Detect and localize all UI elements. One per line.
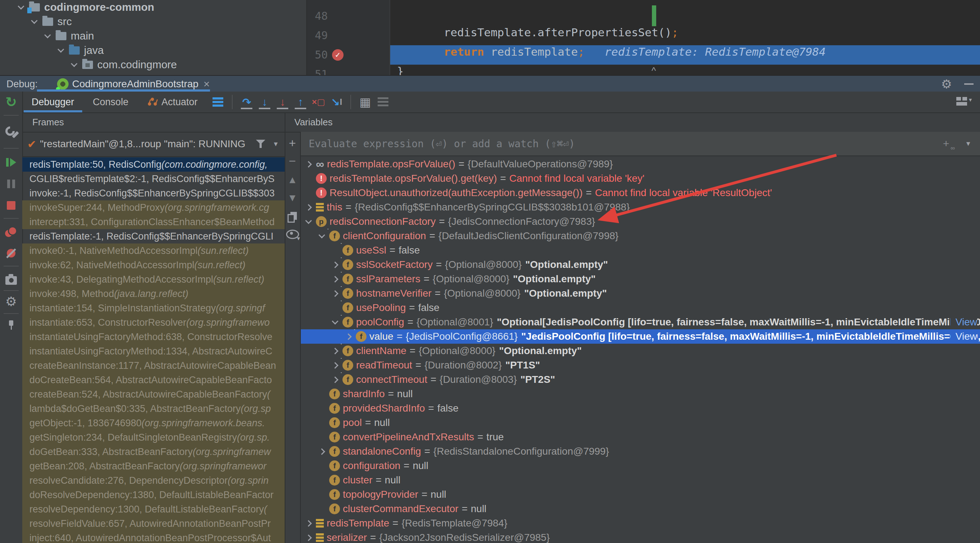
chevron-collapsed-icon[interactable] — [330, 375, 340, 384]
tree-item-com.codingmore[interactable]: com.codingmore — [69, 57, 177, 72]
frame-row[interactable]: invoke:498, Method (java.lang.reflect) — [22, 287, 285, 301]
frame-row[interactable]: resolveCandidate:276, DependencyDescript… — [22, 473, 285, 488]
variable-row-cluster[interactable]: fcluster=null — [301, 473, 980, 487]
trace-stream-chain-button[interactable] — [374, 93, 392, 111]
code-line-49[interactable]: redisTemplate.afterPropertiesSet(); — [390, 26, 980, 45]
chevron-expanded-icon[interactable] — [304, 217, 313, 226]
frame-row[interactable]: createBean:524, AbstractAutowireCapableB… — [22, 387, 285, 401]
thread-selector[interactable]: ✔ "restartedMain"@1,8...roup "main": RUN… — [22, 132, 285, 157]
add-to-watches-icon[interactable]: +∞ — [943, 137, 950, 150]
variable-row-standaloneConfig[interactable]: fstandaloneConfig={RedisStandaloneConfig… — [301, 444, 980, 459]
frame-row[interactable]: doGetBean:333, AbstractBeanFactory (org.… — [22, 444, 285, 459]
variable-row-redisTemplate.opsForValue().get(key)[interactable]: !redisTemplate.opsForValue().get(key)=Ca… — [301, 171, 980, 186]
variable-row-redisConnectionFactory[interactable]: predisConnectionFactory={JedisConnection… — [301, 214, 980, 229]
console-layout-button[interactable] — [209, 93, 227, 111]
chevron-collapsed-icon[interactable] — [304, 202, 313, 212]
chevron-down-icon[interactable]: ▼ — [272, 140, 279, 148]
view-link[interactable]: View — [951, 316, 977, 328]
modify-run-configuration-icon[interactable] — [5, 126, 17, 138]
variable-row-serializer[interactable]: serializer={Jackson2JsonRedisSerializer@… — [301, 530, 980, 543]
chevron-collapsed-icon[interactable] — [330, 274, 340, 284]
evaluate-expression-bar[interactable]: Evaluate expression (⏎) or add a watch (… — [301, 132, 980, 156]
chevron-collapsed-icon[interactable] — [330, 346, 340, 355]
expand-dropdown-icon[interactable]: ▼ — [965, 140, 971, 148]
frame-row[interactable]: getBean:208, AbstractBeanFactory (org.sp… — [22, 459, 285, 473]
breakpoint-verified-icon[interactable]: ✓ — [332, 49, 344, 61]
stop-program-icon[interactable] — [7, 201, 16, 210]
frame-row[interactable]: invoke:62, NativeMethodAccessorImpl (sun… — [22, 258, 285, 272]
variable-row-poolConfig[interactable]: fpoolConfig={Optional@8001}"Optional[Jed… — [301, 315, 980, 329]
force-step-into-button[interactable]: ↓ — [274, 93, 291, 111]
tree-item-java[interactable]: java — [56, 43, 104, 57]
chevron-expanded-icon[interactable] — [69, 60, 79, 69]
view-link[interactable]: View — [951, 331, 977, 342]
tab-debugger[interactable]: Debugger — [22, 92, 84, 112]
frame-row[interactable]: redisTemplate:50, RedisConfig (com.codin… — [22, 157, 285, 172]
chevron-expanded-icon[interactable] — [16, 3, 25, 12]
debug-session-tab[interactable]: CodingmoreAdminBootstrap — [72, 78, 199, 90]
pin-tab-icon[interactable] — [6, 320, 16, 330]
chevron-collapsed-icon[interactable] — [317, 447, 326, 456]
variable-row-connectTimeout[interactable]: fconnectTimeout={Duration@8003}"PT2S" — [301, 373, 980, 387]
tree-item-main[interactable]: main — [43, 29, 94, 43]
variable-row-ResultObject.unauthorized(authException.getMessage())[interactable]: !ResultObject.unauthorized(authException… — [301, 186, 980, 200]
chevron-collapsed-icon[interactable] — [344, 332, 353, 341]
view-breakpoints-icon[interactable] — [5, 226, 17, 237]
code-line-50-current[interactable]: return redisTemplate; redisTemplate: Red… — [390, 45, 980, 65]
chevron-expanded-icon[interactable] — [330, 317, 340, 327]
variable-row-providedShardInfo[interactable]: fprovidedShardInfo=false — [301, 401, 980, 416]
frame-row[interactable]: instantiate:154, SimpleInstantiationStra… — [22, 301, 285, 315]
variable-row-convertPipelineAndTxResults[interactable]: fconvertPipelineAndTxResults=true — [301, 430, 980, 444]
frame-row[interactable]: resolveFieldValue:657, AutowiredAnnotati… — [22, 516, 285, 531]
chevron-expanded-icon[interactable] — [29, 17, 39, 26]
frame-row[interactable]: inject:640, AutowiredAnnotationBeanPostP… — [22, 531, 285, 543]
watch-display-settings-icon[interactable]: ▼ — [286, 230, 299, 242]
resume-program-icon[interactable] — [6, 157, 16, 167]
frame-row[interactable]: invokeSuper:244, MethodProxy (org.spring… — [22, 201, 285, 215]
step-over-button[interactable]: ↷ — [238, 93, 256, 111]
tab-console[interactable]: Console — [84, 92, 138, 112]
settings-gear-icon[interactable]: ⚙ — [941, 77, 952, 91]
mute-breakpoints-icon[interactable] — [6, 248, 16, 259]
variable-row-topologyProvider[interactable]: ftopologyProvider=null — [301, 487, 980, 502]
chevron-expanded-icon[interactable] — [317, 231, 326, 240]
frame-row[interactable]: getSingleton:234, DefaultSingletonBeanRe… — [22, 430, 285, 444]
variable-row-useSsl[interactable]: fuseSsl=false — [301, 243, 980, 258]
variable-row-readTimeout[interactable]: freadTimeout={Duration@8002}"PT1S" — [301, 358, 980, 373]
variable-row-sslSocketFactory[interactable]: fsslSocketFactory={Optional@8000}"Option… — [301, 258, 980, 272]
variable-row-clusterCommandExecutor[interactable]: fclusterCommandExecutor=null — [301, 502, 980, 516]
drop-frame-button[interactable]: ×▢ — [309, 93, 328, 111]
variable-row-pool[interactable]: fpool=null — [301, 416, 980, 430]
step-out-button[interactable]: ↑ — [291, 93, 309, 111]
variable-row-redisTemplate.opsForValue()[interactable]: ∞redisTemplate.opsForValue()={DefaultVal… — [301, 157, 980, 171]
editor-gutter[interactable]: 48 49 50 51 ✓ ^ — [306, 0, 390, 75]
variable-row-configuration[interactable]: fconfiguration=null — [301, 459, 980, 473]
frame-row[interactable]: invoke0:-1, NativeMethodAccessorImpl (su… — [22, 244, 285, 258]
run-to-cursor-button[interactable]: ↘I — [328, 93, 345, 111]
frame-row[interactable]: resolveDependency:1300, DefaultListableB… — [22, 502, 285, 516]
get-thread-dump-icon[interactable] — [5, 276, 17, 285]
debugger-settings-icon[interactable]: ⚙ — [5, 294, 17, 309]
move-watch-down-icon[interactable]: ▼ — [288, 192, 298, 204]
chevron-collapsed-icon[interactable] — [304, 533, 313, 542]
chevron-expanded-icon[interactable] — [43, 31, 52, 41]
add-watch-icon[interactable]: + — [289, 136, 296, 150]
variable-row-clientName[interactable]: fclientName={Optional@8000}"Optional.emp… — [301, 344, 980, 358]
frame-row[interactable]: doCreateBean:564, AbstractAutowireCapabl… — [22, 373, 285, 387]
variable-row-this[interactable]: this={RedisConfig$$EnhancerBySpringCGLIB… — [301, 200, 980, 214]
variable-row-value[interactable]: fvalue={JedisPoolConfig@8661}"JedisPoolC… — [301, 329, 980, 344]
variable-row-clientConfiguration[interactable]: fclientConfiguration={DefaultJedisClient… — [301, 229, 980, 243]
variable-row-shardInfo[interactable]: fshardInfo=null — [301, 387, 980, 401]
restore-layout-button[interactable]: ▼ — [956, 97, 973, 107]
chevron-expanded-icon[interactable] — [56, 46, 65, 55]
frame-row[interactable]: intercept:331, ConfigurationClassEnhance… — [22, 215, 285, 229]
close-session-icon[interactable]: × — [204, 78, 210, 90]
frame-row[interactable]: lambda$doGetBean$0:335, AbstractBeanFact… — [22, 401, 285, 416]
variable-row-sslParameters[interactable]: fsslParameters={Optional@8000}"Optional.… — [301, 272, 980, 286]
frame-row[interactable]: invoke:43, DelegatingMethodAccessorImpl … — [22, 272, 285, 287]
step-into-button[interactable]: ↓ — [256, 93, 274, 111]
tree-item-src[interactable]: src — [29, 14, 72, 29]
frame-row[interactable]: createBeanInstance:1177, AbstractAutowir… — [22, 358, 285, 373]
variable-row-hostnameVerifier[interactable]: fhostnameVerifier={Optional@8000}"Option… — [301, 286, 980, 301]
chevron-collapsed-icon[interactable] — [330, 361, 340, 370]
